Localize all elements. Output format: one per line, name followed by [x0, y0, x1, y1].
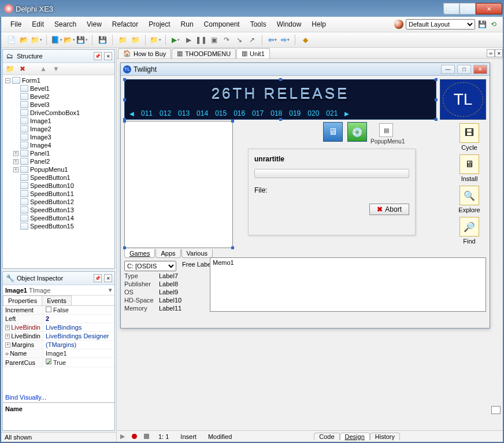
- step-out-icon[interactable]: ↗: [247, 35, 257, 45]
- menu-component[interactable]: Component: [199, 19, 244, 29]
- dropdown-icon[interactable]: ▾: [109, 286, 112, 294]
- chevron-right-icon[interactable]: ▶: [120, 433, 125, 440]
- help-toolbar-icon[interactable]: ◆: [300, 35, 310, 45]
- property-row[interactable]: +Margins(TMargins): [3, 341, 114, 349]
- property-value[interactable]: Image1: [43, 349, 114, 357]
- structure-tree[interactable]: − Form1 Bevel1Bevel2Bevel3DriveComboBox1…: [3, 75, 114, 268]
- property-row[interactable]: IncrementFalse: [3, 306, 114, 315]
- menu-refactor[interactable]: Refactor: [108, 19, 143, 29]
- tabs-close-icon[interactable]: ✕: [495, 49, 503, 57]
- property-row[interactable]: »NameImage1: [3, 349, 114, 358]
- property-value[interactable]: (TMargins): [43, 341, 114, 349]
- stop-macro-icon[interactable]: [144, 434, 149, 439]
- prev-icon[interactable]: ◀: [129, 110, 134, 117]
- property-row[interactable]: +LiveBindinLiveBindings Designer: [3, 332, 114, 341]
- speed-install[interactable]: 🖥Install: [457, 154, 482, 182]
- save-layout-icon[interactable]: 💾: [477, 20, 487, 29]
- close-button[interactable]: ✕: [476, 3, 502, 14]
- tree-node[interactable]: SpeedButton11: [13, 190, 112, 198]
- nav-back-icon[interactable]: ⇦▾: [267, 35, 277, 45]
- run-no-debug-icon[interactable]: ▶: [183, 35, 194, 45]
- tab-apps[interactable]: Apps: [155, 249, 180, 258]
- tree-node[interactable]: +Panel2: [13, 157, 112, 165]
- speed-find[interactable]: 🔎Find: [457, 217, 482, 245]
- form-max-button[interactable]: □: [457, 65, 471, 74]
- move-up-icon[interactable]: ▲: [39, 64, 48, 73]
- property-row[interactable]: Left2: [3, 315, 114, 323]
- menu-run[interactable]: Run: [176, 19, 198, 29]
- step-over-icon[interactable]: ↷: [221, 35, 232, 45]
- menu-view[interactable]: View: [82, 19, 106, 29]
- folder2-icon[interactable]: 📁: [130, 35, 140, 45]
- tree-node[interactable]: +PopupMenu1: [13, 165, 112, 173]
- globe-icon[interactable]: [394, 20, 403, 29]
- restore-layout-icon[interactable]: ⟲: [489, 20, 498, 29]
- panel-close-icon[interactable]: ✕: [104, 274, 112, 282]
- tree-node[interactable]: Bevel3: [13, 101, 112, 109]
- tree-node[interactable]: SpeedButton12: [13, 198, 112, 206]
- checkbox-icon[interactable]: ✓: [46, 359, 51, 364]
- tab-how-to-buy[interactable]: 🏠 How to Buy: [118, 48, 171, 58]
- property-value[interactable]: ✓True: [43, 358, 114, 367]
- designed-form[interactable]: TL Twilight — □ ✕ 26TH RELEASE ◀: [120, 62, 490, 328]
- resize-handle[interactable]: [491, 406, 501, 414]
- nav-fwd-icon[interactable]: ⇨▾: [280, 35, 290, 45]
- delete-icon[interactable]: ✖: [18, 64, 27, 73]
- expand-icon[interactable]: +: [13, 159, 18, 164]
- tree-node[interactable]: SpeedButton13: [13, 206, 112, 214]
- stop-icon[interactable]: ▣: [209, 35, 219, 45]
- menu-edit[interactable]: Edit: [27, 19, 49, 29]
- form-designer[interactable]: TL Twilight — □ ✕ 26TH RELEASE ◀: [117, 59, 503, 430]
- tab-properties[interactable]: Properties: [3, 296, 42, 305]
- tree-node[interactable]: Image3: [13, 133, 112, 141]
- popup-menu-component[interactable]: ▤ PopupMenu1: [370, 123, 402, 145]
- run-icon[interactable]: ▶▾: [171, 35, 181, 45]
- property-row[interactable]: +LiveBindinLiveBindings: [3, 323, 114, 332]
- menu-help[interactable]: Help: [307, 19, 331, 29]
- tree-node[interactable]: Image1: [13, 117, 112, 125]
- record-macro-icon[interactable]: [132, 434, 137, 439]
- tree-node[interactable]: Bevel2: [13, 93, 112, 101]
- tree-node[interactable]: +Panel1: [13, 149, 112, 157]
- expand-icon[interactable]: +: [13, 167, 18, 172]
- property-value[interactable]: 2: [43, 315, 114, 323]
- menu-project[interactable]: Project: [144, 19, 175, 29]
- step-into-icon[interactable]: ↘: [234, 35, 244, 45]
- open-project-icon[interactable]: 📁▾: [31, 35, 42, 45]
- folder-icon[interactable]: 📁: [117, 35, 128, 45]
- tree-node[interactable]: Image2: [13, 125, 112, 133]
- memo-field[interactable]: Memo1: [210, 257, 486, 312]
- form-close-button[interactable]: ✕: [473, 65, 487, 74]
- property-value[interactable]: LiveBindings: [43, 323, 114, 331]
- tab-history[interactable]: History: [370, 433, 400, 440]
- tab-design[interactable]: Design: [340, 433, 370, 440]
- designed-form-titlebar[interactable]: TL Twilight — □ ✕: [121, 63, 490, 76]
- save-all-icon[interactable]: 💾: [97, 35, 108, 45]
- tab-various[interactable]: Various: [181, 249, 213, 258]
- pause-icon[interactable]: ❚❚: [196, 35, 206, 45]
- tab-unit1[interactable]: ▥ Unit1: [236, 48, 270, 58]
- menu-window[interactable]: Window: [272, 19, 306, 29]
- expand-icon[interactable]: +: [5, 325, 10, 330]
- tree-node[interactable]: SpeedButton1: [13, 173, 112, 182]
- move-down-icon[interactable]: ▼: [51, 64, 61, 73]
- bind-visually-link[interactable]: Bind Visually...: [3, 393, 114, 403]
- folder3-icon[interactable]: 📁▾: [150, 35, 161, 45]
- computer-icon[interactable]: 🖥: [323, 122, 343, 142]
- next-icon[interactable]: ▶: [344, 110, 349, 117]
- panel-close-icon[interactable]: ✕: [104, 52, 112, 60]
- new-icon[interactable]: 📄: [6, 35, 16, 45]
- maximize-button[interactable]: □: [459, 3, 476, 14]
- tree-node-root[interactable]: − Form1: [5, 76, 112, 84]
- open-icon[interactable]: 📂: [18, 35, 29, 45]
- listbox[interactable]: [124, 121, 233, 248]
- tree-node[interactable]: Image4: [13, 141, 112, 149]
- pin-icon[interactable]: 📌: [94, 274, 102, 282]
- infinity-icon[interactable]: ∞: [487, 49, 495, 57]
- cd-icon[interactable]: 💿: [347, 122, 367, 142]
- folder-icon[interactable]: 📁: [5, 64, 14, 73]
- abort-button[interactable]: ✖ Abort: [369, 204, 409, 215]
- tree-node[interactable]: SpeedButton15: [13, 222, 112, 230]
- expand-icon[interactable]: +: [13, 151, 18, 156]
- menu-tools[interactable]: Tools: [246, 19, 271, 29]
